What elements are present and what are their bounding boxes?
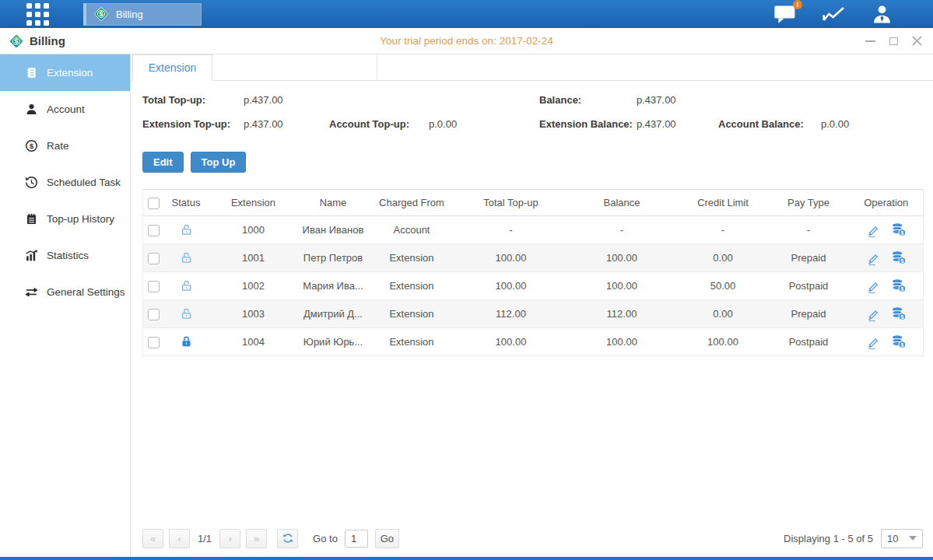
goto-page-input[interactable] bbox=[345, 530, 368, 548]
svg-text:$: $ bbox=[14, 37, 18, 45]
lock-open-icon bbox=[180, 223, 193, 236]
cell-balance: - bbox=[566, 216, 679, 244]
sidebar-item-general-settings[interactable]: General Settings bbox=[0, 274, 130, 310]
cell-total-topup: 112.00 bbox=[457, 300, 566, 328]
status-lock-icon bbox=[180, 223, 193, 235]
sidebar-item-extension[interactable]: Extension bbox=[0, 54, 130, 91]
messages-icon[interactable]: ! bbox=[773, 4, 797, 24]
account-balance-value: p.0.00 bbox=[821, 118, 849, 130]
col-header-balance: Balance bbox=[566, 190, 679, 216]
next-page-button[interactable]: › bbox=[219, 529, 240, 548]
cell-extension: 1004 bbox=[208, 328, 300, 356]
maximize-icon[interactable] bbox=[888, 36, 899, 47]
apps-grid-icon[interactable] bbox=[26, 3, 49, 26]
cell-name: Иван Иванов bbox=[300, 216, 367, 244]
refresh-button[interactable] bbox=[277, 529, 298, 548]
monitor-icon[interactable] bbox=[822, 5, 847, 23]
lock-open-icon bbox=[180, 307, 193, 320]
account-topup-label: Account Top-up: bbox=[329, 118, 409, 130]
page-size-select[interactable]: 10 bbox=[881, 529, 923, 548]
topup-icon[interactable]: $ bbox=[891, 306, 907, 321]
taskbar-tab-billing[interactable]: $ Billing bbox=[83, 3, 202, 26]
extension-topup-label: Extension Top-up: bbox=[142, 118, 230, 130]
cell-total-topup: 100.00 bbox=[457, 272, 566, 300]
col-header-operation: Operation bbox=[850, 190, 924, 216]
billing-diamond-icon: $ bbox=[8, 33, 25, 50]
lock-open-icon bbox=[180, 279, 193, 292]
desktop: $ Billing ! bbox=[0, 0, 933, 560]
svg-text:$: $ bbox=[30, 142, 34, 150]
sidebar-item-topup-history[interactable]: Top-up History bbox=[0, 201, 130, 237]
cell-name: Дмитрий Д... bbox=[300, 300, 367, 328]
select-all-checkbox[interactable] bbox=[148, 198, 160, 209]
first-page-button[interactable]: « bbox=[142, 529, 163, 548]
cell-extension: 1001 bbox=[208, 244, 300, 272]
table-row: 1004 Юрий Юрь... Extension 100.00 100.00… bbox=[143, 328, 924, 356]
sidebar-item-scheduled-task[interactable]: Scheduled Task bbox=[0, 164, 130, 201]
user-icon[interactable] bbox=[872, 4, 893, 25]
col-header-credit-limit: Credit Limit bbox=[679, 190, 768, 216]
account-balance-label: Account Balance: bbox=[718, 118, 804, 130]
billing-summary: Total Top-up: p.437.00 Balance: p.437.00… bbox=[142, 81, 923, 136]
sidebar-item-statistics[interactable]: Statistics bbox=[0, 237, 130, 274]
close-icon[interactable] bbox=[911, 36, 922, 47]
edit-icon[interactable] bbox=[866, 307, 880, 321]
status-lock-icon bbox=[180, 279, 193, 291]
dollar-circle-icon: $ bbox=[25, 139, 38, 152]
row-checkbox[interactable] bbox=[148, 225, 160, 236]
table-row: 1003 Дмитрий Д... Extension 112.00 112.0… bbox=[143, 300, 924, 328]
cell-balance: 100.00 bbox=[566, 328, 679, 356]
cell-total-topup: 100.00 bbox=[457, 328, 566, 356]
tab-extension[interactable]: Extension bbox=[132, 54, 212, 81]
cell-pay-type: Postpaid bbox=[768, 328, 850, 356]
sidebar-item-label: Extension bbox=[47, 67, 93, 79]
edit-icon[interactable] bbox=[866, 251, 880, 265]
edit-icon[interactable] bbox=[866, 279, 880, 293]
edit-button[interactable]: Edit bbox=[142, 152, 184, 173]
status-lock-icon bbox=[180, 251, 193, 263]
cell-credit-limit: 0.00 bbox=[679, 300, 768, 328]
sidebar-item-account[interactable]: Account bbox=[0, 91, 130, 128]
sidebar-item-rate[interactable]: $ Rate bbox=[0, 128, 130, 164]
go-button[interactable]: Go bbox=[375, 529, 399, 548]
status-lock-icon bbox=[180, 307, 193, 319]
col-header-total-topup: Total Top-up bbox=[457, 190, 566, 216]
tab-strip: Extension bbox=[131, 54, 933, 81]
cell-total-topup: 100.00 bbox=[457, 244, 566, 272]
swap-arrows-icon bbox=[25, 285, 38, 299]
svg-text:$: $ bbox=[900, 230, 903, 236]
row-checkbox[interactable] bbox=[148, 253, 160, 264]
total-topup-value: p.437.00 bbox=[244, 94, 283, 106]
row-checkbox[interactable] bbox=[148, 337, 160, 348]
cell-name: Юрий Юрь... bbox=[300, 328, 367, 356]
account-topup-value: p.0.00 bbox=[429, 118, 457, 130]
svg-text:$: $ bbox=[900, 314, 903, 320]
edit-icon[interactable] bbox=[866, 335, 880, 349]
extension-balance-label: Extension Balance: bbox=[539, 118, 633, 130]
topup-icon[interactable]: $ bbox=[891, 250, 907, 265]
svg-text:$: $ bbox=[900, 286, 903, 292]
row-checkbox[interactable] bbox=[148, 309, 160, 320]
sidebar: Extension Account $ Rate bbox=[0, 54, 131, 557]
sidebar-item-label: Account bbox=[47, 103, 85, 115]
col-header-status: Status bbox=[165, 190, 208, 216]
edit-icon[interactable] bbox=[866, 223, 880, 237]
bar-chart-icon bbox=[25, 249, 38, 262]
page-indicator: 1/1 bbox=[198, 533, 212, 544]
trial-message: Your trial period ends on: 2017-02-24 bbox=[0, 35, 933, 47]
sidebar-item-label: Rate bbox=[47, 140, 69, 152]
cell-credit-limit: - bbox=[679, 216, 768, 244]
cell-extension: 1000 bbox=[208, 216, 300, 244]
topup-icon[interactable]: $ bbox=[891, 334, 907, 349]
topup-icon[interactable]: $ bbox=[891, 222, 907, 237]
row-checkbox[interactable] bbox=[148, 281, 160, 292]
top-up-button[interactable]: Top Up bbox=[191, 152, 247, 173]
clock-history-icon bbox=[25, 176, 38, 189]
topup-icon[interactable]: $ bbox=[891, 278, 907, 293]
minimize-icon[interactable] bbox=[865, 36, 875, 47]
window-title-group: $ Billing bbox=[0, 33, 65, 50]
sidebar-item-label: General Settings bbox=[47, 286, 125, 298]
prev-page-button[interactable]: ‹ bbox=[169, 529, 190, 548]
last-page-button[interactable]: » bbox=[246, 529, 267, 548]
displaying-text: Displaying 1 - 5 of 5 bbox=[784, 533, 873, 544]
